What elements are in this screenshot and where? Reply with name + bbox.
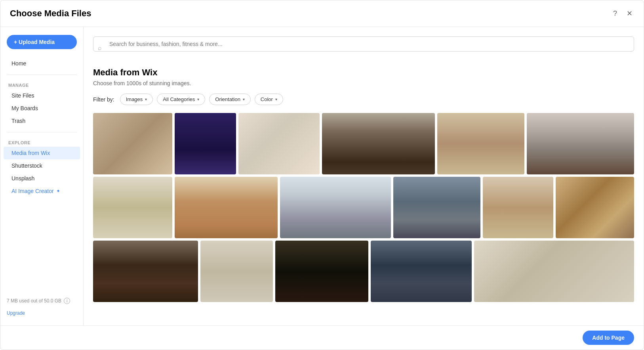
- image-cell[interactable]: [238, 113, 320, 174]
- image-cell[interactable]: [175, 177, 278, 238]
- sidebar-item-unsplash[interactable]: Unsplash: [4, 172, 80, 185]
- storage-info: 7 MB used out of 50.0 GB i: [0, 293, 83, 309]
- image-cell[interactable]: [371, 241, 472, 302]
- image-cell[interactable]: [556, 177, 634, 238]
- search-wrapper: ⌕: [93, 36, 634, 59]
- search-icon: ⌕: [98, 44, 102, 52]
- section-title: Media from Wix: [93, 67, 634, 78]
- image-cell[interactable]: [322, 113, 435, 174]
- sidebar-item-trash[interactable]: Trash: [4, 115, 80, 127]
- sidebar-item-my-boards[interactable]: My Boards: [4, 102, 80, 115]
- help-button[interactable]: ?: [612, 8, 619, 19]
- image-cell[interactable]: [93, 177, 172, 238]
- filter-label: Filter by:: [93, 96, 114, 103]
- chevron-down-icon: ▾: [145, 97, 147, 101]
- modal-title: Choose Media Files: [10, 8, 91, 19]
- sidebar-divider-1: [7, 75, 77, 75]
- sidebar-item-media-from-wix[interactable]: Media from Wix: [4, 147, 80, 159]
- sparkle-icon: ✦: [56, 188, 60, 194]
- chevron-down-icon: ▾: [275, 97, 277, 101]
- storage-info-icon[interactable]: i: [64, 298, 70, 304]
- manage-section-label: MANAGE: [0, 80, 83, 89]
- image-row-3: [93, 241, 634, 302]
- filter-images-button[interactable]: Images ▾: [120, 94, 153, 105]
- image-cell[interactable]: [93, 241, 198, 302]
- chevron-down-icon: ▾: [197, 97, 199, 101]
- chevron-down-icon: ▾: [243, 97, 245, 101]
- upgrade-link[interactable]: Upgrade: [0, 309, 83, 317]
- image-cell[interactable]: [437, 113, 524, 174]
- image-cell[interactable]: [393, 177, 480, 238]
- image-cell[interactable]: [483, 177, 553, 238]
- sidebar-item-home[interactable]: Home: [4, 57, 80, 70]
- search-input[interactable]: [93, 36, 634, 52]
- image-cell[interactable]: [175, 113, 236, 174]
- sidebar-item-ai-image-creator[interactable]: AI Image Creator ✦: [4, 185, 80, 197]
- add-to-page-button[interactable]: Add to Page: [583, 331, 634, 345]
- header-actions: ? ✕: [612, 8, 634, 19]
- filter-color-button[interactable]: Color ▾: [255, 94, 283, 105]
- sidebar: + Upload Media Home MANAGE Site Files My…: [0, 27, 84, 325]
- image-cell[interactable]: [280, 177, 391, 238]
- image-cell[interactable]: [527, 113, 634, 174]
- close-button[interactable]: ✕: [625, 8, 634, 19]
- image-grid: [93, 113, 634, 302]
- modal-footer: Add to Page: [0, 325, 644, 350]
- sidebar-divider-2: [7, 132, 77, 132]
- filter-orientation-button[interactable]: Orientation ▾: [209, 94, 251, 105]
- image-cell[interactable]: [200, 241, 273, 302]
- main-content: ⌕ Media from Wix Choose from 1000s of st…: [84, 27, 644, 325]
- image-cell[interactable]: [93, 113, 172, 174]
- filter-categories-button[interactable]: All Categories ▾: [157, 94, 205, 105]
- image-cell[interactable]: [474, 241, 634, 302]
- upload-media-button[interactable]: + Upload Media: [7, 35, 77, 49]
- section-subtitle: Choose from 1000s of stunning images.: [93, 80, 634, 86]
- image-row-1: [93, 113, 634, 174]
- modal-header: Choose Media Files ? ✕: [0, 0, 644, 27]
- modal-body: + Upload Media Home MANAGE Site Files My…: [0, 27, 644, 325]
- sidebar-item-shutterstock[interactable]: Shutterstock: [4, 159, 80, 172]
- image-cell[interactable]: [275, 241, 368, 302]
- filter-row: Filter by: Images ▾ All Categories ▾ Ori…: [93, 94, 634, 105]
- explore-section-label: EXPLORE: [0, 137, 83, 147]
- image-row-2: [93, 177, 634, 238]
- sidebar-item-site-files[interactable]: Site Files: [4, 89, 80, 102]
